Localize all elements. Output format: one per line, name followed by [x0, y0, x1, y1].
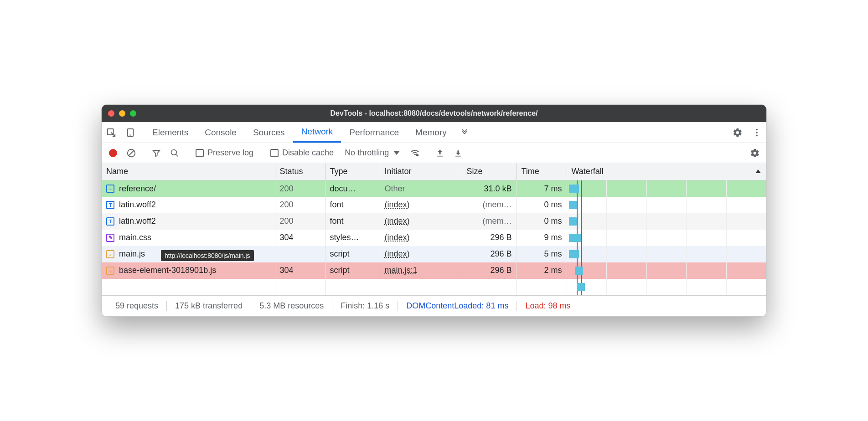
inspect-element-icon[interactable] [102, 122, 121, 143]
tab-network[interactable]: Network [293, 122, 341, 143]
initiator-link[interactable]: main.js:1 [385, 266, 418, 275]
file-name: main.js [119, 249, 145, 259]
svg-point-10 [416, 154, 419, 157]
initiator-cell: main.js:1 [380, 262, 462, 279]
initiator-link[interactable]: (index) [385, 249, 410, 258]
devtools-window: DevTools - localhost:8080/docs/devtools/… [101, 104, 767, 317]
col-size[interactable]: Size [462, 163, 517, 180]
initiator-link[interactable]: (index) [385, 233, 410, 242]
svg-point-8 [171, 149, 177, 155]
network-conditions-icon[interactable] [407, 148, 423, 158]
name-cell[interactable]: ≡ reference/ [102, 180, 275, 197]
file-name: base-element-3018901b.js [119, 266, 216, 275]
font-file-icon: T [106, 201, 114, 209]
initiator-link[interactable]: (index) [385, 200, 410, 209]
size-cell: 296 B [462, 230, 517, 246]
waterfall-cell [567, 180, 766, 197]
file-name: main.css [119, 233, 151, 242]
svg-line-7 [129, 150, 134, 155]
time-cell: 7 ms [517, 180, 567, 197]
type-cell: docu… [325, 180, 380, 197]
throttling-select[interactable]: No throttling [340, 148, 404, 158]
tab-performance[interactable]: Performance [341, 122, 407, 143]
svg-rect-11 [437, 156, 443, 157]
css-file-icon: ✎ [106, 234, 114, 242]
tab-elements[interactable]: Elements [144, 122, 196, 143]
status-load: Load: 98 ms [517, 301, 579, 311]
status-cell: 200 [275, 197, 325, 213]
status-cell: 304 [275, 230, 325, 246]
status-resources: 5.3 MB resources [251, 301, 332, 311]
search-icon[interactable] [167, 149, 182, 158]
more-tabs-icon[interactable] [455, 122, 474, 143]
status-finish: Finish: 1.16 s [332, 301, 398, 311]
file-name: latin.woff2 [119, 200, 156, 210]
waterfall-cell [567, 230, 766, 246]
disable-cache-label: Disable cache [282, 148, 334, 158]
svg-point-4 [756, 132, 758, 133]
size-cell: (mem… [462, 197, 517, 213]
name-cell[interactable]: ⬦ main.js http://localhost:8080/js/main.… [102, 246, 275, 262]
status-domcontentloaded: DOMContentLoaded: 81 ms [398, 301, 517, 311]
file-name: reference/ [119, 184, 156, 194]
throttling-value: No throttling [345, 148, 389, 158]
status-cell: 304 [275, 262, 325, 279]
tab-memory[interactable]: Memory [407, 122, 455, 143]
table-row[interactable]: ✎ main.css 304 styles… (index) 296 B 9 m… [102, 230, 766, 246]
tab-console[interactable]: Console [196, 122, 245, 143]
url-tooltip: http://localhost:8080/js/main.js [161, 250, 254, 261]
js-file-icon: ⬦ [106, 267, 114, 275]
initiator-cell: Other [380, 180, 462, 197]
disable-cache-checkbox[interactable]: Disable cache [267, 148, 337, 158]
size-cell: 296 B [462, 262, 517, 279]
status-bar: 59 requests 175 kB transferred 5.3 MB re… [102, 295, 766, 316]
size-cell: 31.0 kB [462, 180, 517, 197]
network-toolbar: Preserve log Disable cache No throttling [102, 143, 766, 163]
kebab-menu-icon[interactable] [747, 128, 766, 138]
network-settings-icon[interactable] [747, 148, 763, 158]
type-cell: styles… [325, 230, 380, 246]
js-file-icon: ⬦ [106, 250, 114, 258]
settings-icon[interactable] [728, 128, 747, 138]
name-cell[interactable]: ⬦ base-element-3018901b.js [102, 262, 275, 279]
table-row[interactable]: ⬦ base-element-3018901b.js 304 script ma… [102, 262, 766, 279]
name-cell[interactable]: T latin.woff2 [102, 197, 275, 213]
preserve-log-checkbox[interactable]: Preserve log [192, 148, 257, 158]
time-cell: 0 ms [517, 197, 567, 213]
tab-sources[interactable]: Sources [245, 122, 293, 143]
table-row[interactable]: ⬦ main.js http://localhost:8080/js/main.… [102, 246, 766, 262]
size-cell: (mem… [462, 213, 517, 230]
col-status[interactable]: Status [275, 163, 325, 180]
record-button[interactable] [105, 149, 121, 157]
initiator-link[interactable]: (index) [385, 216, 410, 226]
status-cell [275, 246, 325, 262]
waterfall-cell [567, 246, 766, 262]
col-waterfall[interactable]: Waterfall [567, 163, 766, 180]
separator [142, 126, 142, 139]
type-cell: font [325, 213, 380, 230]
waterfall-cell [567, 213, 766, 230]
table-row[interactable]: T latin.woff2 200 font (index) (mem… 0 m… [102, 197, 766, 213]
initiator-cell: (index) [380, 230, 462, 246]
table-row-empty [102, 279, 766, 295]
upload-har-icon[interactable] [432, 149, 448, 158]
table-row[interactable]: ≡ reference/ 200 docu… Other 31.0 kB 7 m… [102, 180, 766, 197]
svg-rect-12 [455, 156, 461, 157]
download-har-icon[interactable] [450, 149, 466, 158]
col-time[interactable]: Time [517, 163, 567, 180]
doc-file-icon: ≡ [106, 185, 114, 193]
col-name[interactable]: Name [102, 163, 275, 180]
name-cell[interactable]: T latin.woff2 [102, 213, 275, 230]
clear-icon[interactable] [124, 148, 139, 158]
time-cell: 5 ms [517, 246, 567, 262]
filter-icon[interactable] [149, 149, 164, 158]
table-row[interactable]: T latin.woff2 200 font (index) (mem… 0 m… [102, 213, 766, 230]
svg-point-3 [756, 129, 758, 131]
col-type[interactable]: Type [325, 163, 380, 180]
device-toggle-icon[interactable] [121, 122, 140, 143]
file-name: latin.woff2 [119, 216, 156, 226]
name-cell[interactable]: ✎ main.css [102, 230, 275, 246]
col-initiator[interactable]: Initiator [380, 163, 462, 180]
requests-table: Name Status Type Initiator Size Time Wat… [102, 163, 766, 295]
titlebar: DevTools - localhost:8080/docs/devtools/… [102, 105, 766, 122]
